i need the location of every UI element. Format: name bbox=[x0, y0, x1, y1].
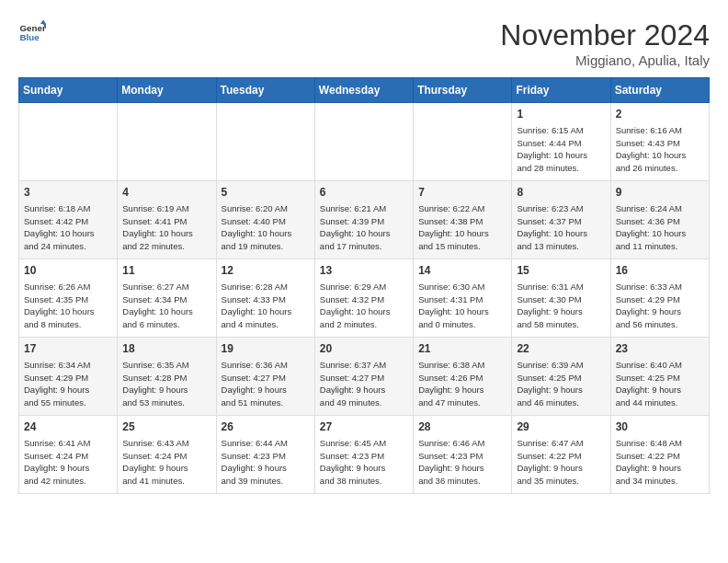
day-number: 3 bbox=[24, 185, 112, 201]
day-info: Sunrise: 6:26 AM Sunset: 4:35 PM Dayligh… bbox=[24, 281, 112, 331]
day-number: 16 bbox=[616, 263, 704, 279]
day-info: Sunrise: 6:34 AM Sunset: 4:29 PM Dayligh… bbox=[24, 359, 112, 409]
day-info: Sunrise: 6:41 AM Sunset: 4:24 PM Dayligh… bbox=[24, 437, 112, 488]
day-number: 19 bbox=[222, 341, 310, 357]
calendar-cell: 25Sunrise: 6:43 AM Sunset: 4:24 PM Dayli… bbox=[118, 416, 216, 494]
day-info: Sunrise: 6:24 AM Sunset: 4:36 PM Dayligh… bbox=[616, 202, 704, 253]
calendar-cell: 17Sunrise: 6:34 AM Sunset: 4:29 PM Dayli… bbox=[19, 338, 118, 416]
calendar-row: 17Sunrise: 6:34 AM Sunset: 4:29 PM Dayli… bbox=[19, 338, 710, 416]
day-info: Sunrise: 6:30 AM Sunset: 4:31 PM Dayligh… bbox=[418, 281, 506, 331]
day-number: 22 bbox=[517, 341, 605, 357]
day-info: Sunrise: 6:48 AM Sunset: 4:22 PM Dayligh… bbox=[616, 437, 704, 488]
month-title: November 2024 bbox=[500, 18, 710, 52]
day-info: Sunrise: 6:15 AM Sunset: 4:44 PM Dayligh… bbox=[517, 124, 605, 175]
calendar-cell bbox=[314, 103, 413, 181]
weekday-header: Wednesday bbox=[314, 78, 413, 103]
calendar-cell: 16Sunrise: 6:33 AM Sunset: 4:29 PM Dayli… bbox=[610, 259, 709, 338]
day-number: 21 bbox=[418, 341, 506, 357]
calendar-cell: 1Sunrise: 6:15 AM Sunset: 4:44 PM Daylig… bbox=[512, 103, 610, 181]
day-number: 27 bbox=[320, 419, 408, 435]
calendar-cell: 5Sunrise: 6:20 AM Sunset: 4:40 PM Daylig… bbox=[216, 181, 314, 259]
day-info: Sunrise: 6:22 AM Sunset: 4:38 PM Dayligh… bbox=[418, 202, 506, 253]
calendar-cell: 13Sunrise: 6:29 AM Sunset: 4:32 PM Dayli… bbox=[314, 259, 413, 338]
page-header: General Blue November 2024 Miggiano, Apu… bbox=[18, 18, 710, 68]
weekday-header: Saturday bbox=[610, 78, 709, 103]
calendar-cell: 18Sunrise: 6:35 AM Sunset: 4:28 PM Dayli… bbox=[118, 338, 216, 416]
day-number: 20 bbox=[320, 341, 408, 357]
day-number: 1 bbox=[517, 107, 605, 122]
calendar-cell: 11Sunrise: 6:27 AM Sunset: 4:34 PM Dayli… bbox=[118, 259, 216, 338]
day-number: 5 bbox=[222, 185, 310, 201]
day-number: 25 bbox=[122, 419, 210, 435]
calendar-cell bbox=[19, 103, 118, 181]
calendar-cell: 30Sunrise: 6:48 AM Sunset: 4:22 PM Dayli… bbox=[610, 416, 709, 494]
calendar-cell: 24Sunrise: 6:41 AM Sunset: 4:24 PM Dayli… bbox=[19, 416, 118, 494]
day-info: Sunrise: 6:39 AM Sunset: 4:25 PM Dayligh… bbox=[517, 359, 605, 409]
day-info: Sunrise: 6:35 AM Sunset: 4:28 PM Dayligh… bbox=[122, 359, 210, 409]
svg-marker-2 bbox=[40, 20, 46, 25]
calendar-cell: 27Sunrise: 6:45 AM Sunset: 4:23 PM Dayli… bbox=[314, 416, 413, 494]
day-number: 4 bbox=[122, 185, 210, 201]
day-number: 2 bbox=[616, 107, 704, 122]
day-number: 30 bbox=[616, 419, 704, 435]
calendar-cell: 15Sunrise: 6:31 AM Sunset: 4:30 PM Dayli… bbox=[512, 259, 610, 338]
day-info: Sunrise: 6:37 AM Sunset: 4:27 PM Dayligh… bbox=[320, 359, 408, 409]
day-number: 29 bbox=[517, 419, 605, 435]
calendar-table: SundayMondayTuesdayWednesdayThursdayFrid… bbox=[18, 77, 710, 494]
day-info: Sunrise: 6:28 AM Sunset: 4:33 PM Dayligh… bbox=[222, 281, 310, 331]
day-info: Sunrise: 6:38 AM Sunset: 4:26 PM Dayligh… bbox=[418, 359, 506, 409]
day-number: 7 bbox=[418, 185, 506, 201]
day-info: Sunrise: 6:29 AM Sunset: 4:32 PM Dayligh… bbox=[320, 281, 408, 331]
calendar-cell: 21Sunrise: 6:38 AM Sunset: 4:26 PM Dayli… bbox=[414, 338, 512, 416]
calendar-cell: 2Sunrise: 6:16 AM Sunset: 4:43 PM Daylig… bbox=[610, 103, 709, 181]
day-info: Sunrise: 6:44 AM Sunset: 4:23 PM Dayligh… bbox=[222, 437, 310, 488]
day-info: Sunrise: 6:19 AM Sunset: 4:41 PM Dayligh… bbox=[122, 202, 210, 253]
title-section: November 2024 Miggiano, Apulia, Italy bbox=[500, 18, 710, 68]
day-info: Sunrise: 6:31 AM Sunset: 4:30 PM Dayligh… bbox=[517, 281, 605, 331]
day-number: 18 bbox=[122, 341, 210, 357]
calendar-cell: 4Sunrise: 6:19 AM Sunset: 4:41 PM Daylig… bbox=[118, 181, 216, 259]
location: Miggiano, Apulia, Italy bbox=[500, 52, 710, 68]
calendar-cell: 6Sunrise: 6:21 AM Sunset: 4:39 PM Daylig… bbox=[314, 181, 413, 259]
day-info: Sunrise: 6:46 AM Sunset: 4:23 PM Dayligh… bbox=[418, 437, 506, 488]
day-info: Sunrise: 6:36 AM Sunset: 4:27 PM Dayligh… bbox=[222, 359, 310, 409]
day-number: 12 bbox=[222, 263, 310, 279]
calendar-cell: 29Sunrise: 6:47 AM Sunset: 4:22 PM Dayli… bbox=[512, 416, 610, 494]
logo-icon: General Blue bbox=[18, 18, 46, 46]
calendar-row: 1Sunrise: 6:15 AM Sunset: 4:44 PM Daylig… bbox=[19, 103, 710, 181]
day-number: 13 bbox=[320, 263, 408, 279]
day-number: 26 bbox=[222, 419, 310, 435]
calendar-cell: 22Sunrise: 6:39 AM Sunset: 4:25 PM Dayli… bbox=[512, 338, 610, 416]
calendar-cell: 20Sunrise: 6:37 AM Sunset: 4:27 PM Dayli… bbox=[314, 338, 413, 416]
calendar-cell: 9Sunrise: 6:24 AM Sunset: 4:36 PM Daylig… bbox=[610, 181, 709, 259]
weekday-header: Sunday bbox=[19, 78, 118, 103]
day-info: Sunrise: 6:40 AM Sunset: 4:25 PM Dayligh… bbox=[616, 359, 704, 409]
day-info: Sunrise: 6:18 AM Sunset: 4:42 PM Dayligh… bbox=[24, 202, 112, 253]
day-number: 8 bbox=[517, 185, 605, 201]
day-number: 10 bbox=[24, 263, 112, 279]
day-number: 6 bbox=[320, 185, 408, 201]
day-number: 17 bbox=[24, 341, 112, 357]
logo: General Blue bbox=[18, 18, 46, 46]
day-info: Sunrise: 6:43 AM Sunset: 4:24 PM Dayligh… bbox=[122, 437, 210, 488]
day-number: 23 bbox=[616, 341, 704, 357]
day-info: Sunrise: 6:20 AM Sunset: 4:40 PM Dayligh… bbox=[222, 202, 310, 253]
calendar-cell: 14Sunrise: 6:30 AM Sunset: 4:31 PM Dayli… bbox=[414, 259, 512, 338]
calendar-cell: 8Sunrise: 6:23 AM Sunset: 4:37 PM Daylig… bbox=[512, 181, 610, 259]
calendar-row: 10Sunrise: 6:26 AM Sunset: 4:35 PM Dayli… bbox=[19, 259, 710, 338]
weekday-header: Tuesday bbox=[216, 78, 314, 103]
calendar-cell: 28Sunrise: 6:46 AM Sunset: 4:23 PM Dayli… bbox=[414, 416, 512, 494]
calendar-cell: 19Sunrise: 6:36 AM Sunset: 4:27 PM Dayli… bbox=[216, 338, 314, 416]
calendar-row: 3Sunrise: 6:18 AM Sunset: 4:42 PM Daylig… bbox=[19, 181, 710, 259]
day-number: 24 bbox=[24, 419, 112, 435]
calendar-cell: 26Sunrise: 6:44 AM Sunset: 4:23 PM Dayli… bbox=[216, 416, 314, 494]
day-info: Sunrise: 6:16 AM Sunset: 4:43 PM Dayligh… bbox=[616, 124, 704, 175]
day-number: 28 bbox=[418, 419, 506, 435]
calendar-cell bbox=[118, 103, 216, 181]
calendar-cell: 10Sunrise: 6:26 AM Sunset: 4:35 PM Dayli… bbox=[19, 259, 118, 338]
day-info: Sunrise: 6:47 AM Sunset: 4:22 PM Dayligh… bbox=[517, 437, 605, 488]
weekday-header: Friday bbox=[512, 78, 610, 103]
weekday-header-row: SundayMondayTuesdayWednesdayThursdayFrid… bbox=[19, 78, 710, 103]
day-info: Sunrise: 6:45 AM Sunset: 4:23 PM Dayligh… bbox=[320, 437, 408, 488]
calendar-cell bbox=[414, 103, 512, 181]
